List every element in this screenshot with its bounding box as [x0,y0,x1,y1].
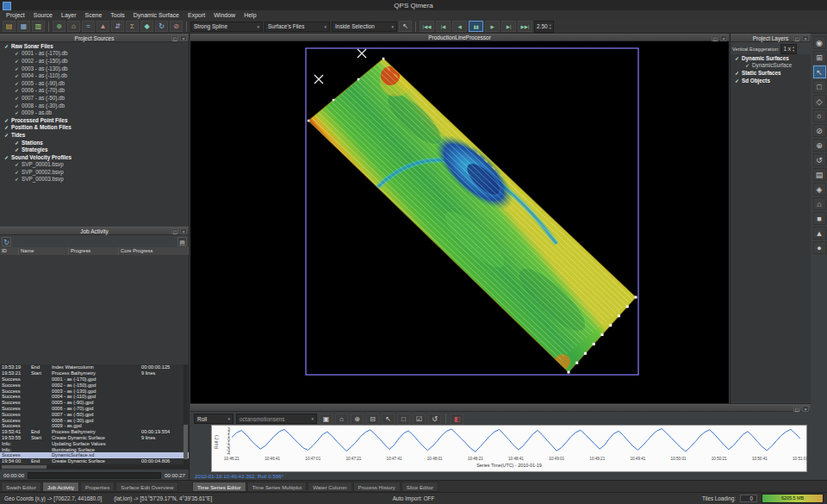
skip-end-button[interactable]: ▶▶| [518,21,532,32]
scene-header[interactable]: ProductionLineProcessor ◰ × [190,34,729,41]
tree-item-0009-as-db[interactable]: ✓0009 - as.db [0,109,189,116]
checkbox-checked-icon[interactable]: ✓ [4,124,9,130]
close-panel-icon[interactable]: × [802,406,809,412]
tree-item-0008-as-30-db[interactable]: ✓0008 - as (-30).db [0,102,189,109]
log-vertical-scrollbar[interactable] [183,364,188,464]
filter-icon[interactable]: ⊘ [170,21,183,32]
polygon-select-icon[interactable]: ◇ [813,95,826,108]
menu-tools[interactable]: Tools [106,10,128,20]
export-plot-icon[interactable]: ▣ [320,414,333,425]
close-panel-icon[interactable]: × [180,35,187,41]
log-row[interactable]: Success0006 - as (-70).gpd [0,406,189,412]
log-row[interactable]: 19:53:19EndIndex Watercolumn00:00:00.125 [0,364,189,370]
tree-group-dynamic-surfaces[interactable]: ✓Dynamic Surfaces [731,54,811,62]
float-panel-icon[interactable]: ◰ [171,228,178,234]
statistics-icon[interactable]: Σ [126,21,139,32]
tab-swath-editor[interactable]: Swath Editor [1,482,41,492]
menu-layer[interactable]: Layer [57,10,81,20]
close-panel-icon[interactable]: × [720,35,727,41]
tree-group-raw-sonar-files[interactable]: ✓Raw Sonar Files [0,42,189,50]
explore-icon[interactable]: ◉ [813,36,826,49]
log-row[interactable]: Success0002 - as (-150).gpd [0,382,189,388]
tree-group-static-surfaces[interactable]: ✓Static Surfaces [731,69,811,77]
add-source-icon[interactable]: ⊕ [53,21,65,32]
checkbox-checked-icon[interactable]: ✓ [15,103,19,109]
sensor-select[interactable]: octansmotionsens ▾ [236,414,317,424]
project-layers-header[interactable]: Project Layers ◰ × [731,34,811,42]
shade-icon[interactable]: ◈ [813,183,826,196]
tree-item-svp-00001-bsvp[interactable]: ✓SVP_00001.bsvp [0,161,189,169]
log-row[interactable]: SuccessDynamicSurface.sd [0,452,189,458]
tab-time-series-multiplot[interactable]: Time Series Multiplot [247,482,308,492]
deselect-icon[interactable]: ⊘ [813,124,826,137]
log-row[interactable]: 19:53:41EndProcess Bathymetry00:00:19.55… [0,429,189,435]
checkbox-checked-icon[interactable]: ✓ [735,70,739,76]
zoom-in-icon[interactable]: ⊕ [813,139,826,152]
reset-zoom-icon[interactable]: ⌂ [335,414,348,425]
job-activity-header[interactable]: Job Activity ◰ × [0,227,189,235]
layers-icon[interactable]: ▤ [813,168,826,181]
menu-scene[interactable]: Scene [81,10,107,20]
tree-item-0005-as-90-db[interactable]: ✓0005 - as (-90).db [0,79,189,87]
tree-item-0006-as-70-db[interactable]: ✓0006 - as (-70).db [0,87,189,95]
log-row[interactable]: Success0004 - as (-110).gpd [0,394,189,400]
tab-process-history[interactable]: Process History [353,482,401,492]
log-row[interactable]: Success0001 - as (-170).gpd [0,376,189,383]
rect-select-icon[interactable]: □ [813,80,826,93]
profile-icon[interactable]: ▲ [813,227,826,240]
tree-item-svp-00002-bsvp[interactable]: ✓SVP_00002.bsvp [0,168,189,176]
tree-group-tides[interactable]: ✓Tides [0,131,189,139]
point-edit-icon[interactable]: ● [813,241,826,254]
checkbox-checked-icon[interactable]: ✓ [15,65,19,72]
close-panel-icon[interactable]: × [180,228,187,234]
close-panel-icon[interactable]: × [802,35,809,41]
log-row[interactable]: 19:53:55StartCreate Dynamic Surface9 lin… [0,435,189,441]
refresh-icon[interactable]: ↻ [2,237,11,246]
tree-item-stations[interactable]: ✓Stations [0,139,189,146]
col-progress[interactable]: Progress [69,247,119,255]
select-region-icon[interactable]: □ [397,414,410,425]
checkbox-checked-icon[interactable]: ✓ [745,62,749,68]
project-sources-header[interactable]: Project Sources ◰ × [0,34,189,42]
tab-slice-editor[interactable]: Slice Editor [401,482,438,492]
open-project-icon[interactable]: ▦ [17,21,30,32]
tree-item-0004-as-110-db[interactable]: ✓0004 - as (-110).db [0,72,189,79]
tree-item-0002-as-150-db[interactable]: ✓0002 - as (-150).db [0,57,189,65]
surface-icon[interactable]: ▲ [96,21,109,32]
col-id[interactable]: ID [0,247,19,255]
job-menu-icon[interactable]: ▤ [177,237,187,246]
log-row[interactable]: Success0005 - as (-90).gpd [0,400,189,406]
checkbox-checked-icon[interactable]: ✓ [15,95,19,101]
select-tool-icon[interactable]: ↖ [813,65,826,78]
playback-speed-spinner[interactable]: 2.50▴▾ [534,21,554,33]
time-series-header[interactable]: ◰ × [190,404,811,412]
log-row[interactable]: 19:54:00EndCreate Dynamic Surface00:00:0… [0,458,189,464]
checkbox-checked-icon[interactable]: ✓ [15,87,19,93]
tree-item-0007-as-50-db[interactable]: ✓0007 - as (-50).db [0,94,189,102]
accept-edits-icon[interactable]: ☑ [413,414,426,425]
selection-scope-select[interactable]: Inside Selection▾ [332,22,397,32]
tab-time-series-editor[interactable]: Time Series Editor [192,482,246,492]
step-back-button[interactable]: |◀ [436,21,451,32]
tab-job-activity[interactable]: Job Activity [42,482,79,492]
reject-data-icon[interactable]: ◧ [451,414,463,425]
checkbox-checked-icon[interactable]: ✓ [735,55,739,61]
slice-icon[interactable]: ■ [813,212,826,225]
checkbox-checked-icon[interactable]: ✓ [735,78,739,84]
tree-group-position-motion-files[interactable]: ✓Position & Motion Files [0,124,189,132]
float-panel-icon[interactable]: ◰ [171,35,178,41]
checkbox-checked-icon[interactable]: ✓ [4,154,9,160]
vertical-exaggeration-spinner[interactable]: 1 x ▴▾ [780,44,797,54]
tree-item-0003-as-130-db[interactable]: ✓0003 - as (-130).db [0,65,189,72]
col-core-progress[interactable]: Core Progress [119,247,189,255]
zoom-icon[interactable]: ⊕ [351,414,364,425]
tree-item-svp-00003-bsvp[interactable]: ✓SVP_00003.bsvp [0,176,189,184]
checkbox-checked-icon[interactable]: ✓ [15,109,19,115]
col-name[interactable]: Name [19,247,69,255]
spin-down-icon[interactable]: ▾ [550,27,551,30]
float-panel-icon[interactable]: ◰ [793,406,800,412]
spline-mode-select[interactable]: Strong Spline▾ [190,22,263,32]
checkbox-checked-icon[interactable]: ✓ [15,80,19,86]
checkbox-checked-icon[interactable]: ✓ [15,146,19,152]
float-panel-icon[interactable]: ◰ [793,35,800,41]
